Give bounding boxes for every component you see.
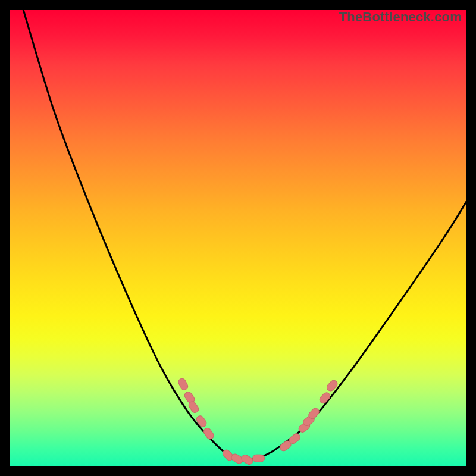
svg-rect-4	[202, 427, 215, 440]
svg-rect-7	[240, 453, 254, 465]
chart-svg	[10, 10, 466, 466]
svg-rect-8	[253, 455, 265, 462]
bottleneck-curve	[23, 10, 466, 460]
svg-rect-3	[195, 414, 208, 428]
curve-marker	[177, 377, 189, 391]
svg-rect-14	[318, 391, 331, 405]
chart-frame: TheBottleneck.com	[0, 0, 476, 476]
curve-marker	[202, 427, 215, 440]
curve-marker	[195, 414, 208, 428]
curve-marker	[240, 453, 254, 465]
curve-marker	[253, 455, 265, 462]
plot-area: TheBottleneck.com	[10, 10, 466, 466]
curve-marker	[318, 391, 331, 405]
svg-rect-0	[177, 377, 189, 391]
curve-markers	[177, 377, 339, 465]
